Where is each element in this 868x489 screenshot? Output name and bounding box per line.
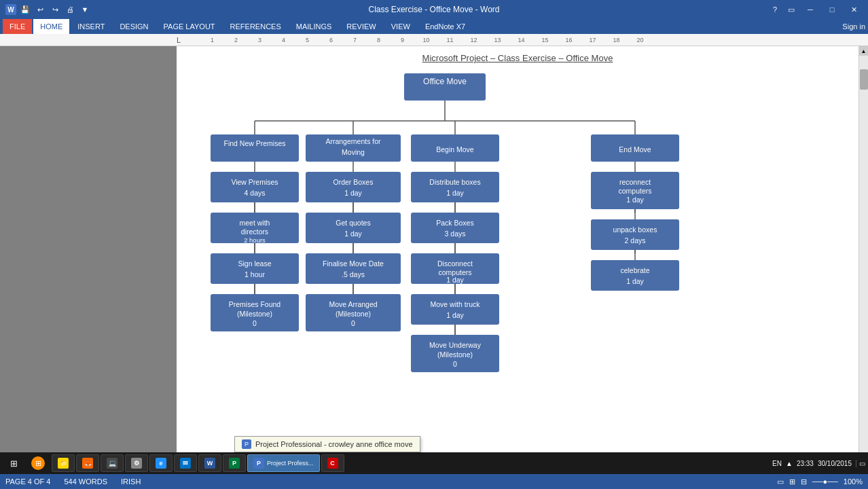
label-find-premises: Find New Premises	[223, 139, 285, 147]
outlook-icon: ✉	[180, 458, 191, 469]
ruler-mark: 17	[581, 37, 604, 43]
label-order-boxes: Order Boxes	[333, 178, 374, 186]
doc-header: Microsoft Project – Class Exercise – Off…	[190, 53, 845, 63]
ruler-marks: 1 2 3 4 5 6 7 8 9 10 11 12 13 14 15 16 1…	[177, 37, 652, 43]
minimize-button[interactable]: ─	[801, 3, 819, 16]
maximize-button[interactable]: □	[823, 3, 841, 16]
label-move-underway-1: Move Underway	[429, 341, 482, 349]
save-button[interactable]: 💾	[19, 3, 31, 16]
tab-review[interactable]: REVIEW	[340, 19, 382, 34]
taskbar-firefox-button[interactable]: 🦊	[76, 454, 99, 472]
label-pack-boxes-days: 3 days	[445, 230, 466, 238]
show-desktop-button[interactable]: ▭	[856, 460, 865, 467]
taskbar-word-button[interactable]: W	[198, 454, 221, 472]
label-premises-found-1: Premises Found	[229, 300, 281, 308]
view-normal-icon[interactable]: ▭	[777, 477, 784, 486]
gear-icon: ⚙	[131, 458, 142, 469]
taskbar-publisher-button[interactable]: P	[223, 454, 246, 472]
taskbar-crystal-button[interactable]: C	[321, 454, 344, 472]
main-area: Microsoft Project – Class Exercise – Off…	[0, 46, 868, 474]
taskbar-explorer-button[interactable]: ⊞	[26, 454, 50, 472]
label-disconnect-1: Disconnect	[437, 259, 473, 268]
tab-insert[interactable]: INSERT	[71, 19, 111, 34]
tab-mailings[interactable]: MAILINGS	[289, 19, 339, 34]
close-button[interactable]: ✕	[845, 3, 863, 16]
print-button[interactable]: 🖨	[64, 3, 76, 16]
network-icon: 💻	[107, 458, 117, 469]
wbs-svg: Office Move Find New Premises Arrangemen…	[190, 70, 700, 474]
word-icon: W	[5, 4, 16, 15]
ruler-mark: 7	[343, 37, 367, 43]
node-find-premises	[211, 134, 299, 162]
label-move-truck-1: Move with truck	[431, 300, 481, 308]
scroll-thumb[interactable]	[860, 69, 868, 90]
tab-page-layout[interactable]: PAGE LAYOUT	[157, 19, 222, 34]
label-arrangements-1: Arrangements for	[325, 137, 381, 145]
quick-access-toolbar: 💾 ↩ ↪ 🖨 ▼	[19, 3, 91, 16]
project-icon: P	[253, 458, 264, 469]
ruler-mark: 3	[248, 37, 272, 43]
redo-button[interactable]: ↪	[49, 3, 61, 16]
tab-design[interactable]: DESIGN	[113, 19, 155, 34]
scroll-track[interactable]	[859, 56, 868, 465]
document-area[interactable]: Microsoft Project – Class Exercise – Off…	[177, 46, 858, 474]
label-move-truck-2: 1 day	[446, 311, 464, 319]
label-end-move: End Move	[619, 145, 651, 153]
node-celebrate	[591, 260, 679, 291]
taskbar-ie-button[interactable]: e	[149, 454, 173, 472]
label-view-premises: View Premises	[231, 178, 278, 186]
tab-endnote[interactable]: EndNote X7	[418, 19, 472, 34]
node-view-premises	[211, 172, 299, 202]
view-layout-icon[interactable]: ⊞	[789, 477, 795, 486]
label-get-quotes: Get quotes	[336, 219, 370, 227]
zoom-level: 100%	[844, 477, 863, 486]
ruler-mark: 10	[414, 37, 438, 43]
ruler-L-mark: L	[177, 36, 181, 44]
label-distribute-2: 1 day	[446, 189, 464, 197]
label-get-quotes-days: 1 day	[344, 230, 362, 238]
tooltip-app-icon: P	[242, 439, 251, 449]
node-move-truck	[411, 294, 499, 325]
node-unpack-boxes	[591, 219, 679, 250]
ribbon-display-button[interactable]: ▭	[785, 3, 797, 16]
system-tray-arrow[interactable]: ▲	[786, 460, 793, 467]
help-button[interactable]: ?	[769, 3, 781, 16]
taskbar-time: 23:33	[797, 460, 814, 467]
start-button[interactable]: ⊞	[3, 454, 24, 472]
taskbar-network-button[interactable]: 💻	[101, 454, 124, 472]
sign-in-button[interactable]: Sign in	[842, 22, 865, 31]
word-count: 544 WORDS	[64, 477, 107, 486]
label-move-arranged-2: (Milestone)	[336, 310, 371, 318]
taskbar-date: 30/10/2015	[818, 460, 852, 467]
label-distribute-1: Distribute boxes	[429, 178, 480, 186]
node-distribute-boxes	[411, 172, 499, 202]
label-finalise-2: .5 days	[342, 270, 365, 278]
tab-home[interactable]: HOME	[33, 19, 69, 34]
taskbar-project-button[interactable]: P Project Profess...	[247, 454, 320, 472]
view-web-icon[interactable]: ⊟	[801, 477, 807, 486]
more-button[interactable]: ▼	[79, 3, 91, 16]
label-unpack-1: unpack boxes	[613, 225, 657, 234]
taskbar-folder-button[interactable]: 📁	[52, 454, 75, 472]
node-pack-boxes	[411, 213, 499, 243]
window-title: Class Exercise - Office Move - Word	[369, 5, 500, 14]
tab-file[interactable]: FILE	[3, 19, 32, 34]
taskbar-control-button[interactable]: ⚙	[125, 454, 148, 472]
label-sign-lease: Sign lease	[238, 259, 271, 268]
tab-references[interactable]: REFERENCES	[223, 19, 288, 34]
vertical-scrollbar[interactable]: ▲ ▼	[858, 46, 868, 474]
ruler-mark: 18	[604, 37, 628, 43]
zoom-slider[interactable]: ──●──	[812, 477, 838, 486]
taskbar-outlook-button[interactable]: ✉	[174, 454, 197, 472]
ribbon: FILE HOME INSERT DESIGN PAGE LAYOUT REFE…	[0, 19, 868, 34]
ie-icon: e	[156, 458, 166, 469]
status-bar: PAGE 4 OF 4 544 WORDS IRISH ▭ ⊞ ⊟ ──●── …	[0, 474, 868, 489]
ruler: L 1 2 3 4 5 6 7 8 9 10 11 12 13 14 15 16…	[0, 34, 868, 46]
tooltip-text: Project Professional - crowley anne offi…	[255, 440, 413, 448]
tab-view[interactable]: VIEW	[384, 19, 417, 34]
project-task-label: Project Profess...	[267, 460, 314, 467]
node-sign-lease	[211, 253, 299, 284]
label-celebrate-2: 1 day	[626, 277, 644, 285]
scroll-up-button[interactable]: ▲	[859, 46, 869, 56]
undo-button[interactable]: ↩	[34, 3, 46, 16]
